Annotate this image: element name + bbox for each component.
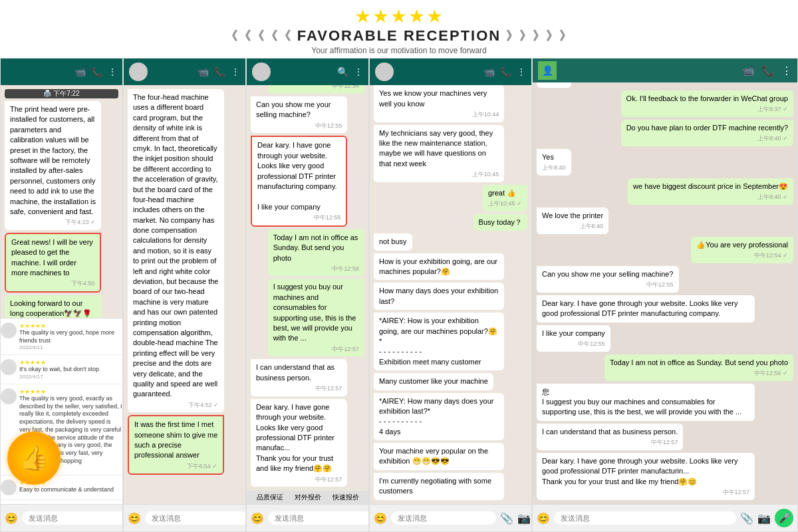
video-icon[interactable]: 📹 bbox=[74, 66, 86, 77]
page-title: 《《《《《 FAVORABLE RECEPTION 》》》》》 bbox=[0, 27, 798, 45]
panel5-footer[interactable]: 😊 📎 📷 🎤 bbox=[533, 504, 797, 531]
table-row: Do you have plan to order DTF machine re… bbox=[537, 120, 793, 146]
quick-reply[interactable]: 对外报价 bbox=[295, 493, 321, 502]
emoji-icon[interactable]: 😊 bbox=[251, 512, 264, 525]
msg-bubble: The four-head machine uses a different b… bbox=[128, 89, 224, 412]
panel3-chat: 🔍 ⋮ Ok okThis is 1st shipment your compa… bbox=[246, 58, 369, 532]
panel5-body: luckyconsol said that he can pick up the… bbox=[533, 82, 797, 504]
subtitle-text: Your affirmation is our motivation to mo… bbox=[0, 46, 798, 55]
msg-bubble: Do you have plan to order DTF machine re… bbox=[621, 120, 793, 146]
table-row: 👍You are very professional中午12:54 bbox=[251, 85, 364, 94]
panel3-body: Ok okThis is 1st shipment your company a… bbox=[247, 85, 368, 491]
table-row: I like your company中午12:55 bbox=[537, 325, 793, 352]
msg-bubble: How many days does your exhibition last? bbox=[374, 283, 504, 310]
avatar: 👤 bbox=[538, 61, 557, 80]
table-row: Dear kary. I have gone through your webs… bbox=[537, 453, 793, 500]
panel1-header: 📹 📞 ⋮ bbox=[1, 59, 122, 85]
call-icon[interactable]: 📞 bbox=[500, 66, 511, 77]
message-input[interactable] bbox=[391, 511, 496, 525]
search-icon[interactable]: 🔍 bbox=[337, 66, 348, 77]
panel1-footer[interactable]: 😊 📎 📷 🎤 bbox=[1, 504, 122, 531]
send-button[interactable]: 🎤 bbox=[775, 509, 793, 527]
video-icon[interactable]: 📹 bbox=[483, 66, 495, 77]
msg-time: 上午10:45 ✓ bbox=[488, 200, 522, 208]
msg-bubble: Can you show me your selling machine?中午1… bbox=[537, 266, 679, 293]
message-input[interactable] bbox=[145, 511, 246, 525]
msg-bubble: 您I suggest you buy our machines and cons… bbox=[537, 384, 755, 421]
review-text: Easy to communicate & understand bbox=[19, 486, 114, 494]
panel3-footer[interactable]: 😊 📎 📷 🎤 bbox=[247, 504, 368, 531]
table-row: 👍You are very professional中午12:54 ✓ bbox=[537, 237, 793, 263]
quick-reply[interactable]: 快速报价 bbox=[332, 493, 359, 502]
panel3-header: 🔍 ⋮ bbox=[247, 59, 368, 85]
review-date: 2022/4/11 bbox=[19, 344, 122, 350]
table-row: *AIREY: How is your exhibition going, ar… bbox=[374, 313, 527, 370]
msg-text: we have biggest discount price in Septem… bbox=[633, 182, 788, 190]
msg-time: 上午8:36 bbox=[542, 82, 566, 84]
emoji-icon[interactable]: 😊 bbox=[374, 512, 387, 525]
msg-bubble: How is your exhibition going, are our ma… bbox=[374, 253, 504, 281]
msg-time: 上午8:40 bbox=[542, 222, 603, 231]
emoji-icon[interactable]: 😊 bbox=[5, 512, 18, 525]
attachment-icon[interactable]: 📎 bbox=[500, 512, 513, 525]
table-row: We love the printer上午8:40 bbox=[537, 207, 793, 234]
menu-icon[interactable]: ⋮ bbox=[517, 66, 526, 77]
msg-text: The four-head machine uses a different b… bbox=[133, 93, 218, 398]
quick-reply[interactable]: 品质保证 bbox=[257, 493, 283, 502]
video-icon[interactable]: 📹 bbox=[198, 66, 209, 77]
table-row: Today I am not in office as Sunday. But … bbox=[251, 229, 364, 277]
msg-text: Dear kary. I have gone through your webs… bbox=[256, 403, 334, 472]
star-rating: ★★★★★ bbox=[19, 388, 122, 395]
attachment-icon[interactable]: 📎 bbox=[740, 512, 753, 525]
message-input[interactable] bbox=[22, 511, 123, 525]
msg-text: *AIREY: How many days does your exhibiti… bbox=[379, 397, 493, 436]
msg-bubble: not busy bbox=[374, 233, 412, 250]
printer-image: 🖨️ 下午7:22 bbox=[5, 89, 118, 98]
msg-text: How many days does your exhibition last? bbox=[379, 287, 498, 305]
video-icon[interactable]: 📹 bbox=[741, 65, 755, 77]
panel1-body: 🖨️ 下午7:22 The print head were pre-instal… bbox=[1, 85, 122, 318]
emoji-icon[interactable]: 😊 bbox=[128, 512, 141, 525]
menu-icon[interactable]: ⋮ bbox=[781, 65, 792, 77]
msg-time: 中午12:57 bbox=[256, 475, 342, 484]
menu-icon[interactable]: ⋮ bbox=[108, 66, 117, 77]
msg-text: Dear kary. I have gone through your webs… bbox=[542, 299, 738, 317]
panel2-body: The four-head machine uses a different b… bbox=[124, 85, 245, 504]
list-item: ★★★★★ It's okay to wait, but don't stop … bbox=[1, 355, 122, 384]
camera-icon[interactable]: 📷 bbox=[757, 512, 771, 525]
msg-text: Dear kary. I have gone through your webs… bbox=[257, 141, 337, 210]
msg-text: Ok. I'll feedback to the forwarder in We… bbox=[626, 94, 788, 102]
menu-icon[interactable]: ⋮ bbox=[354, 66, 363, 77]
msg-time: 上午8:40 ✓ bbox=[633, 193, 788, 201]
msg-bubble: Today I am not in office as Sunday. But … bbox=[268, 229, 364, 277]
menu-icon[interactable]: ⋮ bbox=[231, 66, 240, 77]
panel2-footer[interactable]: 😊 📎 📷 🎤 bbox=[124, 504, 245, 531]
call-icon[interactable]: 📞 bbox=[214, 66, 225, 77]
table-row: not busy bbox=[374, 233, 527, 250]
msg-time: 中午12:56 ✓ bbox=[610, 369, 788, 378]
msg-bubble: Yes上午8:40 bbox=[537, 149, 571, 176]
call-icon[interactable]: 📞 bbox=[761, 65, 775, 77]
msg-time: 下午4:23 ✓ bbox=[10, 218, 96, 227]
left-arrows: 《《《《《 bbox=[225, 28, 292, 44]
panel5-chat: 👤 📹 📞 ⋮ luckyconsol said that he can pic… bbox=[532, 58, 798, 532]
msg-text: Your machine very popular on the exhibit… bbox=[379, 447, 488, 465]
msg-bubble: Dear kary. I have gone through your webs… bbox=[537, 453, 755, 500]
call-icon[interactable]: 📞 bbox=[91, 66, 102, 77]
quick-replies[interactable]: 品质保证 对外报价 快速报价 bbox=[247, 491, 368, 504]
message-input[interactable] bbox=[268, 511, 369, 525]
msg-text: not busy bbox=[379, 237, 407, 245]
camera-icon[interactable]: 📷 bbox=[517, 512, 531, 525]
msg-time: 中午12:56 bbox=[273, 265, 359, 273]
message-input[interactable] bbox=[554, 511, 736, 525]
panel4-footer[interactable]: 😊 📎 📷 🎤 bbox=[370, 504, 531, 531]
emoji-icon[interactable]: 😊 bbox=[537, 512, 550, 525]
msg-time: 中午12:55 bbox=[542, 281, 674, 289]
title-text: FAVORABLE RECEPTION bbox=[297, 27, 501, 45]
msg-bubble: The print head were pre-installed for cu… bbox=[5, 101, 101, 230]
msg-bubble: Busy today？ bbox=[473, 214, 527, 231]
msg-text: I can understand that as business person… bbox=[542, 428, 678, 436]
list-item: ★★★★★ The quality is very good, hope mor… bbox=[1, 319, 122, 355]
msg-text: The print head were pre-installed for cu… bbox=[10, 105, 96, 215]
table-row: My technicians say very good, they like … bbox=[374, 125, 527, 182]
